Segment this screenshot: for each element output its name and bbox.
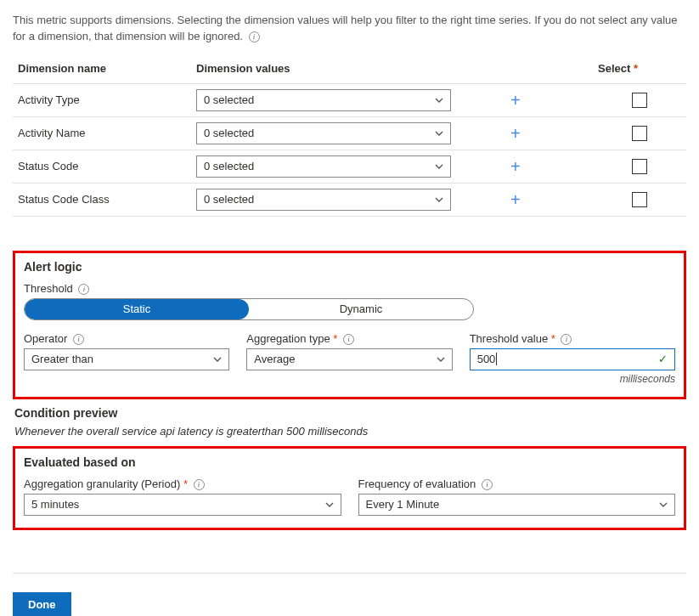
select-checkbox[interactable] [632,126,647,141]
dimension-values-select[interactable]: 0 selected [196,189,451,211]
dimension-values-select[interactable]: 0 selected [196,122,451,144]
threshold-static-option[interactable]: Static [25,299,249,319]
add-icon[interactable]: + [502,91,529,110]
table-row: Activity Name 0 selected + [13,116,686,150]
operator-label: Operator i [24,332,229,345]
alert-logic-heading: Alert logic [24,260,675,274]
info-icon[interactable]: i [78,284,89,295]
condition-preview-heading: Condition preview [14,406,686,420]
chevron-down-icon [213,355,222,364]
done-button[interactable]: Done [13,592,71,616]
aggregation-type-select[interactable]: Average [246,348,452,370]
add-icon[interactable]: + [502,124,529,143]
info-icon[interactable]: i [343,334,354,345]
operator-select[interactable]: Greater than [24,348,229,370]
threshold-label: Threshold i [24,282,675,295]
threshold-value-label: Threshold value * i [470,332,675,345]
info-icon[interactable]: i [249,31,260,42]
chevron-down-icon [435,195,443,204]
aggregation-granularity-label: Aggregation granularity (Period) * i [24,478,341,490]
dimension-values-select[interactable]: 0 selected [196,89,451,111]
table-row: Status Code 0 selected + [13,150,686,183]
col-select: Select * [593,54,686,84]
threshold-value-input[interactable]: 500 ✓ [470,348,675,370]
col-dimension-values: Dimension values [191,54,497,84]
chevron-down-icon [437,355,445,364]
dimension-name-cell: Status Code Class [13,183,191,216]
aggregation-type-label: Aggregation type * i [246,332,452,345]
dimension-name-cell: Activity Type [13,83,191,116]
dimension-name-cell: Activity Name [13,116,191,150]
add-icon[interactable]: + [502,157,529,176]
condition-preview-text: Whenever the overall service api latency… [14,425,686,438]
threshold-toggle: Static Dynamic [24,298,474,320]
aggregation-granularity-select[interactable]: 5 minutes [24,494,341,516]
evaluated-based-on-box: Evaluated based on Aggregation granulari… [13,446,686,530]
alert-logic-box: Alert logic Threshold i Static Dynamic O… [13,251,686,399]
chevron-down-icon [435,162,443,171]
select-checkbox[interactable] [632,192,647,207]
footer: Done [13,573,686,616]
dimension-name-cell: Status Code [13,150,191,183]
col-dimension-name: Dimension name [13,54,191,84]
table-row: Activity Type 0 selected + [13,83,686,116]
dimensions-table: Dimension name Dimension values Select *… [13,54,686,217]
info-icon[interactable]: i [73,334,84,345]
chevron-down-icon [659,500,668,509]
threshold-dynamic-option[interactable]: Dynamic [249,299,473,319]
check-icon: ✓ [658,353,668,365]
frequency-select[interactable]: Every 1 Minute [358,494,676,516]
info-icon[interactable]: i [561,334,572,345]
info-icon[interactable]: i [194,479,205,490]
frequency-label: Frequency of evaluation i [358,478,676,490]
intro-text: This metric supports dimensions. Selecti… [13,13,686,45]
evaluated-heading: Evaluated based on [24,455,675,469]
chevron-down-icon [435,96,443,105]
chevron-down-icon [435,129,443,138]
dimension-values-select[interactable]: 0 selected [196,155,451,178]
add-icon[interactable]: + [502,190,529,209]
table-row: Status Code Class 0 selected + [13,183,686,216]
threshold-units: milliseconds [470,373,675,385]
select-checkbox[interactable] [632,159,647,174]
select-checkbox[interactable] [632,93,647,108]
chevron-down-icon [325,500,334,509]
info-icon[interactable]: i [482,479,493,490]
